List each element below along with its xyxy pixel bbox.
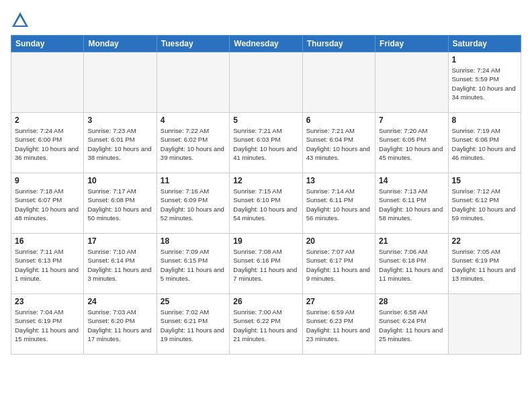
- calendar-cell: [157, 52, 229, 113]
- calendar: SundayMondayTuesdayWednesdayThursdayFrid…: [11, 35, 521, 355]
- day-number: 5: [233, 116, 298, 125]
- day-info: Sunrise: 7:22 AM Sunset: 6:02 PM Dayligh…: [161, 126, 226, 162]
- calendar-cell: 20Sunrise: 7:07 AM Sunset: 6:17 PM Dayli…: [302, 234, 375, 294]
- calendar-week-1: 2Sunrise: 7:24 AM Sunset: 6:00 PM Daylig…: [11, 113, 521, 173]
- day-number: 27: [306, 297, 371, 306]
- calendar-header: SundayMondayTuesdayWednesdayThursdayFrid…: [11, 36, 521, 52]
- weekday-header-tuesday: Tuesday: [157, 36, 229, 52]
- weekday-header-wednesday: Wednesday: [230, 36, 302, 52]
- day-info: Sunrise: 7:14 AM Sunset: 6:11 PM Dayligh…: [306, 187, 371, 222]
- calendar-cell: 26Sunrise: 7:00 AM Sunset: 6:22 PM Dayli…: [230, 294, 302, 355]
- day-info: Sunrise: 7:21 AM Sunset: 6:04 PM Dayligh…: [306, 126, 371, 162]
- day-info: Sunrise: 7:15 AM Sunset: 6:10 PM Dayligh…: [233, 187, 298, 222]
- weekday-header-monday: Monday: [84, 36, 157, 52]
- day-number: 9: [15, 176, 80, 185]
- day-info: Sunrise: 7:16 AM Sunset: 6:09 PM Dayligh…: [161, 187, 226, 222]
- calendar-cell: 14Sunrise: 7:13 AM Sunset: 6:11 PM Dayli…: [375, 173, 448, 234]
- day-number: 15: [452, 176, 517, 185]
- day-info: Sunrise: 7:24 AM Sunset: 5:59 PM Dayligh…: [452, 66, 517, 101]
- day-number: 20: [306, 236, 371, 246]
- day-info: Sunrise: 7:20 AM Sunset: 6:05 PM Dayligh…: [379, 126, 444, 162]
- logo-icon: [11, 11, 30, 30]
- day-number: 2: [15, 116, 80, 125]
- calendar-cell: 27Sunrise: 6:59 AM Sunset: 6:23 PM Dayli…: [302, 294, 375, 355]
- day-info: Sunrise: 7:09 AM Sunset: 6:15 PM Dayligh…: [161, 247, 226, 283]
- day-number: 25: [161, 297, 226, 306]
- calendar-cell: [375, 52, 448, 113]
- day-number: 23: [15, 297, 80, 306]
- day-info: Sunrise: 7:08 AM Sunset: 6:16 PM Dayligh…: [233, 247, 298, 283]
- day-number: 7: [379, 116, 444, 125]
- day-info: Sunrise: 7:04 AM Sunset: 6:19 PM Dayligh…: [15, 308, 80, 343]
- calendar-cell: [230, 52, 302, 113]
- day-info: Sunrise: 7:07 AM Sunset: 6:17 PM Dayligh…: [306, 247, 371, 283]
- calendar-cell: 11Sunrise: 7:16 AM Sunset: 6:09 PM Dayli…: [157, 173, 229, 234]
- day-info: Sunrise: 7:06 AM Sunset: 6:18 PM Dayligh…: [379, 247, 444, 283]
- day-info: Sunrise: 7:21 AM Sunset: 6:03 PM Dayligh…: [233, 126, 298, 162]
- calendar-cell: 9Sunrise: 7:18 AM Sunset: 6:07 PM Daylig…: [11, 173, 84, 234]
- day-number: 11: [161, 176, 226, 185]
- weekday-header-sunday: Sunday: [11, 36, 84, 52]
- day-number: 19: [233, 236, 298, 246]
- day-number: 10: [87, 176, 152, 185]
- calendar-cell: 25Sunrise: 7:02 AM Sunset: 6:21 PM Dayli…: [157, 294, 229, 355]
- day-number: 28: [379, 297, 444, 306]
- day-number: 8: [452, 116, 517, 125]
- day-number: 18: [161, 236, 226, 246]
- weekday-header-saturday: Saturday: [448, 36, 521, 52]
- day-number: 14: [379, 176, 444, 185]
- calendar-cell: 15Sunrise: 7:12 AM Sunset: 6:12 PM Dayli…: [448, 173, 521, 234]
- weekday-row: SundayMondayTuesdayWednesdayThursdayFrid…: [11, 36, 521, 52]
- day-info: Sunrise: 7:02 AM Sunset: 6:21 PM Dayligh…: [161, 308, 226, 343]
- day-info: Sunrise: 7:13 AM Sunset: 6:11 PM Dayligh…: [379, 187, 444, 222]
- calendar-cell: 24Sunrise: 7:03 AM Sunset: 6:20 PM Dayli…: [84, 294, 157, 355]
- calendar-cell: 7Sunrise: 7:20 AM Sunset: 6:05 PM Daylig…: [375, 113, 448, 173]
- day-number: 21: [379, 236, 444, 246]
- calendar-cell: 21Sunrise: 7:06 AM Sunset: 6:18 PM Dayli…: [375, 234, 448, 294]
- calendar-body: 1Sunrise: 7:24 AM Sunset: 5:59 PM Daylig…: [11, 52, 521, 355]
- day-number: 1: [452, 55, 517, 64]
- header: [11, 11, 521, 30]
- day-number: 6: [306, 116, 371, 125]
- calendar-cell: 17Sunrise: 7:10 AM Sunset: 6:14 PM Dayli…: [84, 234, 157, 294]
- calendar-cell: 4Sunrise: 7:22 AM Sunset: 6:02 PM Daylig…: [157, 113, 229, 173]
- calendar-cell: [84, 52, 157, 113]
- calendar-cell: [11, 52, 84, 113]
- day-info: Sunrise: 7:10 AM Sunset: 6:14 PM Dayligh…: [87, 247, 152, 283]
- calendar-cell: 3Sunrise: 7:23 AM Sunset: 6:01 PM Daylig…: [84, 113, 157, 173]
- calendar-week-4: 23Sunrise: 7:04 AM Sunset: 6:19 PM Dayli…: [11, 294, 521, 355]
- weekday-header-thursday: Thursday: [302, 36, 375, 52]
- calendar-cell: 5Sunrise: 7:21 AM Sunset: 6:03 PM Daylig…: [230, 113, 302, 173]
- day-number: 24: [87, 297, 152, 306]
- calendar-week-0: 1Sunrise: 7:24 AM Sunset: 5:59 PM Daylig…: [11, 52, 521, 113]
- calendar-week-3: 16Sunrise: 7:11 AM Sunset: 6:13 PM Dayli…: [11, 234, 521, 294]
- calendar-cell: 8Sunrise: 7:19 AM Sunset: 6:06 PM Daylig…: [448, 113, 521, 173]
- day-number: 22: [452, 236, 517, 246]
- calendar-cell: 10Sunrise: 7:17 AM Sunset: 6:08 PM Dayli…: [84, 173, 157, 234]
- calendar-cell: 6Sunrise: 7:21 AM Sunset: 6:04 PM Daylig…: [302, 113, 375, 173]
- day-info: Sunrise: 7:05 AM Sunset: 6:19 PM Dayligh…: [452, 247, 517, 283]
- day-number: 12: [233, 176, 298, 185]
- day-info: Sunrise: 7:23 AM Sunset: 6:01 PM Dayligh…: [87, 126, 152, 162]
- logo: [11, 11, 32, 30]
- day-info: Sunrise: 7:24 AM Sunset: 6:00 PM Dayligh…: [15, 126, 80, 162]
- day-info: Sunrise: 6:59 AM Sunset: 6:23 PM Dayligh…: [306, 308, 371, 343]
- day-info: Sunrise: 7:17 AM Sunset: 6:08 PM Dayligh…: [87, 187, 152, 222]
- day-number: 3: [87, 116, 152, 125]
- calendar-cell: [448, 294, 521, 355]
- day-number: 4: [161, 116, 226, 125]
- day-info: Sunrise: 6:58 AM Sunset: 6:24 PM Dayligh…: [379, 308, 444, 343]
- day-number: 26: [233, 297, 298, 306]
- calendar-cell: 22Sunrise: 7:05 AM Sunset: 6:19 PM Dayli…: [448, 234, 521, 294]
- calendar-cell: 18Sunrise: 7:09 AM Sunset: 6:15 PM Dayli…: [157, 234, 229, 294]
- day-info: Sunrise: 7:00 AM Sunset: 6:22 PM Dayligh…: [233, 308, 298, 343]
- day-number: 13: [306, 176, 371, 185]
- day-info: Sunrise: 7:03 AM Sunset: 6:20 PM Dayligh…: [87, 308, 152, 343]
- calendar-cell: 12Sunrise: 7:15 AM Sunset: 6:10 PM Dayli…: [230, 173, 302, 234]
- calendar-cell: 16Sunrise: 7:11 AM Sunset: 6:13 PM Dayli…: [11, 234, 84, 294]
- day-info: Sunrise: 7:18 AM Sunset: 6:07 PM Dayligh…: [15, 187, 80, 222]
- calendar-cell: 19Sunrise: 7:08 AM Sunset: 6:16 PM Dayli…: [230, 234, 302, 294]
- calendar-cell: 23Sunrise: 7:04 AM Sunset: 6:19 PM Dayli…: [11, 294, 84, 355]
- page: SundayMondayTuesdayWednesdayThursdayFrid…: [0, 0, 532, 411]
- day-info: Sunrise: 7:19 AM Sunset: 6:06 PM Dayligh…: [452, 126, 517, 162]
